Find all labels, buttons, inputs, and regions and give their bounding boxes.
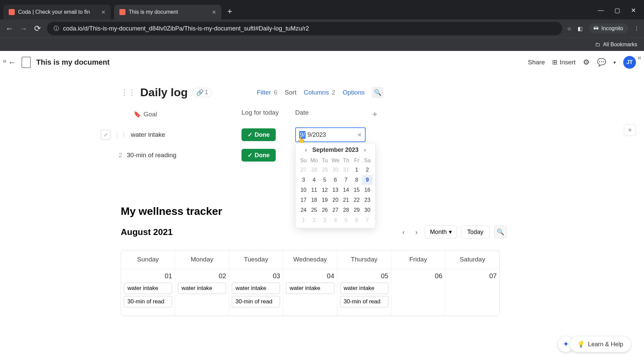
chevron-down-icon[interactable]: ▾ <box>613 60 616 65</box>
back-button[interactable]: ← <box>8 58 16 67</box>
date-picker-day[interactable]: 20 <box>330 195 341 205</box>
calendar-cell[interactable]: 05water intake30-min of read <box>337 269 391 316</box>
date-picker-day[interactable]: 30 <box>330 165 341 175</box>
month-label[interactable]: September 2023 <box>312 146 359 154</box>
maximize-icon[interactable]: ▢ <box>614 7 620 14</box>
next-period-button[interactable]: › <box>412 226 421 238</box>
drag-handle-icon[interactable]: ⋮⋮ <box>121 88 136 97</box>
share-button[interactable]: Share <box>528 59 545 66</box>
date-picker-day[interactable]: 1 <box>352 165 362 175</box>
column-header-goal[interactable]: 🔖 Goal <box>121 109 241 119</box>
reload-icon[interactable]: ⟳ <box>33 24 42 33</box>
date-picker-day[interactable]: 30 <box>362 205 373 215</box>
date-picker-day[interactable]: 7 <box>341 175 352 185</box>
date-picker-day[interactable]: 13 <box>330 185 341 195</box>
today-button[interactable]: Today <box>461 226 490 239</box>
date-picker-day[interactable]: 6 <box>330 175 341 185</box>
date-picker-day[interactable]: 1 <box>298 215 309 225</box>
insert-button[interactable]: ⊞ Insert <box>552 58 576 66</box>
minimize-icon[interactable]: — <box>598 7 604 14</box>
calendar-event[interactable]: 30-min of read <box>124 296 172 307</box>
close-icon[interactable]: × <box>212 8 216 16</box>
date-picker-day[interactable]: 3 <box>298 175 309 185</box>
done-button[interactable]: ✓ Done <box>241 149 276 162</box>
calendar-cell[interactable]: 04water intake <box>283 269 337 316</box>
date-picker-day[interactable]: 4 <box>309 175 320 185</box>
date-input[interactable]: 9/9/2023 × <box>295 127 366 142</box>
calendar-cell[interactable]: 02water intake <box>175 269 229 316</box>
add-column-button[interactable]: + <box>372 109 377 119</box>
column-header-log[interactable]: Log for today <box>241 109 295 119</box>
menu-icon[interactable]: ⋮ <box>634 25 639 32</box>
date-picker-day[interactable]: 5 <box>319 175 330 185</box>
options-button[interactable]: Options <box>343 89 365 96</box>
calendar-event[interactable]: water intake <box>286 283 334 294</box>
wellness-title[interactable]: My wellness tracker <box>121 205 644 218</box>
site-info-icon[interactable]: ⓘ <box>54 25 59 32</box>
date-picker-day[interactable]: 31 <box>341 165 352 175</box>
date-picker-day[interactable]: 2 <box>362 165 373 175</box>
date-picker-day[interactable]: 17 <box>298 195 309 205</box>
table-title[interactable]: Daily log <box>140 86 188 99</box>
date-picker-day[interactable]: 18 <box>309 195 320 205</box>
date-picker-day[interactable]: 29 <box>319 165 330 175</box>
date-picker-day[interactable]: 29 <box>352 205 362 215</box>
date-picker-day[interactable]: 10 <box>298 185 309 195</box>
calendar-event[interactable]: water intake <box>178 283 226 294</box>
date-picker-day[interactable]: 2 <box>309 215 320 225</box>
date-picker-day[interactable]: 14 <box>341 185 352 195</box>
date-picker-day[interactable]: 26 <box>319 205 330 215</box>
calendar-cell[interactable]: 06 <box>391 269 445 316</box>
calendar-event[interactable]: water intake <box>232 283 280 294</box>
prev-month-button[interactable]: ‹ <box>303 146 309 154</box>
user-avatar[interactable]: JT <box>623 56 636 69</box>
close-icon[interactable]: × <box>101 8 105 16</box>
goal-cell[interactable]: water intake <box>131 131 241 138</box>
date-picker-day[interactable]: 27 <box>298 165 309 175</box>
calendar-event[interactable]: water intake <box>124 283 172 294</box>
side-panel-icon[interactable]: ◧ <box>578 25 583 32</box>
date-picker-day[interactable]: 16 <box>362 185 373 195</box>
goal-cell[interactable]: 30-min of reading <box>127 152 241 159</box>
columns-button[interactable]: Columns 2 <box>304 89 335 96</box>
bookmark-star-icon[interactable]: ☆ <box>567 25 572 32</box>
settings-gear-icon[interactable]: ⚙ <box>583 58 590 67</box>
date-picker-day[interactable]: 8 <box>352 175 362 185</box>
filter-button[interactable]: Filter 6 <box>257 89 277 96</box>
done-button[interactable]: ✓ Done <box>241 128 276 141</box>
date-picker-day[interactable]: 28 <box>341 205 352 215</box>
date-picker-day[interactable]: 22 <box>352 195 362 205</box>
browser-tab[interactable]: Coda | Check your email to fin × <box>3 5 111 19</box>
expand-sidebar-left-icon[interactable]: » <box>3 57 6 65</box>
address-bar[interactable]: ⓘ coda.io/d/This-is-my-document_d84lv0Zi… <box>47 22 562 35</box>
forward-icon[interactable]: → <box>19 24 28 33</box>
calendar-cell[interactable]: 03water intake30-min of read <box>229 269 283 316</box>
date-picker-day[interactable]: 12 <box>319 185 330 195</box>
date-picker-day[interactable]: 27 <box>330 205 341 215</box>
search-button[interactable]: 🔍 <box>372 87 383 98</box>
comments-icon[interactable]: 💬 <box>597 58 606 67</box>
calendar-event[interactable]: 30-min of read <box>232 296 280 307</box>
expand-sidebar-right-icon[interactable]: « <box>638 54 641 61</box>
document-icon[interactable] <box>21 57 31 68</box>
date-picker-day[interactable]: 21 <box>341 195 352 205</box>
close-window-icon[interactable]: ✕ <box>631 7 636 14</box>
date-picker-day[interactable]: 19 <box>319 195 330 205</box>
date-picker-day[interactable]: 9 <box>362 175 373 185</box>
date-picker-day[interactable]: 28 <box>309 165 320 175</box>
date-picker-day[interactable]: 6 <box>352 215 362 225</box>
expand-row-icon[interactable]: ⤢ <box>101 130 111 140</box>
date-picker-day[interactable]: 15 <box>352 185 362 195</box>
prev-period-button[interactable]: ‹ <box>399 226 408 238</box>
incognito-badge[interactable]: 🕶 Incognito <box>589 23 628 34</box>
date-picker-day[interactable]: 4 <box>330 215 341 225</box>
date-picker-day[interactable]: 23 <box>362 195 373 205</box>
sort-button[interactable]: Sort <box>285 89 297 96</box>
clear-icon[interactable]: × <box>358 131 362 139</box>
date-picker-day[interactable]: 11 <box>309 185 320 195</box>
browser-tab-active[interactable]: This is my document × <box>114 5 221 19</box>
calendar-event[interactable]: 30-min of read <box>340 296 388 307</box>
date-picker-day[interactable]: 5 <box>341 215 352 225</box>
new-tab-button[interactable]: + <box>227 7 232 16</box>
learn-help-button[interactable]: 💡 Learn & Help <box>570 337 631 352</box>
